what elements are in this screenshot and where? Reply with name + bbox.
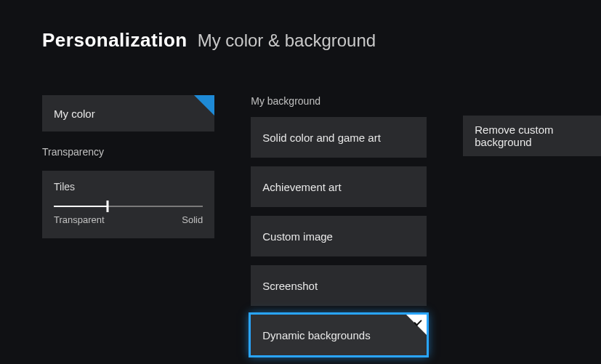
title-main: Personalization: [42, 29, 187, 52]
slider-fill: [54, 206, 108, 207]
my-background-section-label: My background: [251, 95, 427, 107]
my-color-label: My color: [54, 108, 95, 120]
tiles-slider-label: Tiles: [54, 181, 203, 193]
checkmark-icon: [414, 318, 424, 328]
bg-option-solid-color[interactable]: Solid color and game art: [251, 117, 427, 158]
slider-labels: Transparent Solid: [54, 214, 203, 225]
transparency-section-label: Transparency: [42, 146, 214, 158]
bg-option-label: Custom image: [262, 230, 333, 243]
tiles-transparency-slider[interactable]: [54, 206, 203, 207]
remove-custom-background-button[interactable]: Remove custom background: [463, 116, 601, 156]
slider-handle-icon[interactable]: [106, 201, 108, 212]
bg-option-dynamic-backgrounds[interactable]: Dynamic backgrounds: [251, 315, 427, 355]
accent-color-indicator-icon: [194, 95, 214, 116]
page-title: Personalization My color & background: [0, 0, 601, 52]
bg-option-custom-image[interactable]: Custom image: [251, 216, 427, 256]
remove-custom-background-label: Remove custom background: [475, 124, 589, 148]
bg-option-label: Screenshot: [262, 280, 318, 292]
title-sub: My color & background: [198, 31, 376, 51]
slider-max-label: Solid: [182, 214, 203, 225]
bg-option-achievement-art[interactable]: Achievement art: [251, 166, 427, 207]
transparency-panel: Tiles Transparent Solid: [42, 171, 214, 238]
bg-option-label: Solid color and game art: [262, 132, 381, 144]
slider-min-label: Transparent: [54, 214, 105, 225]
my-color-tile[interactable]: My color: [42, 95, 214, 132]
bg-option-label: Dynamic backgrounds: [262, 329, 370, 341]
bg-option-screenshot[interactable]: Screenshot: [251, 265, 427, 306]
bg-option-label: Achievement art: [262, 181, 341, 193]
